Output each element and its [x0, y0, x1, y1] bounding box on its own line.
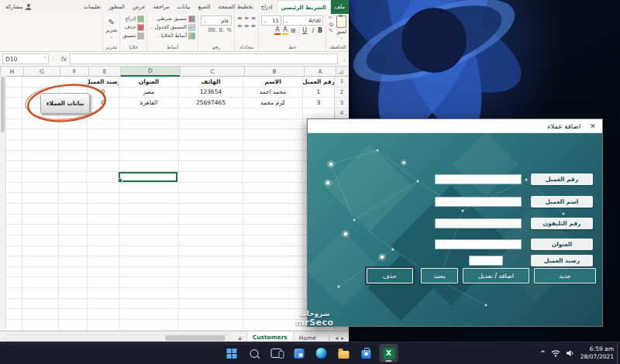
cell-C18[interactable] [178, 256, 243, 267]
cell-D8[interactable] [119, 151, 178, 162]
cell-F5[interactable] [58, 119, 87, 130]
cell-A3[interactable]: 3 [302, 98, 334, 108]
cell-G16[interactable] [22, 235, 58, 246]
ribbon-tab-8[interactable]: المطور [105, 0, 129, 14]
cell-B9[interactable] [243, 161, 302, 172]
cell-B4[interactable] [243, 108, 302, 119]
cell-G11[interactable] [22, 183, 58, 194]
cell-E4[interactable] [87, 108, 119, 119]
cell-B6[interactable] [243, 129, 302, 140]
name-box[interactable]: D10 ˅ [2, 53, 49, 64]
cell-E8[interactable] [87, 151, 119, 162]
cell-C2[interactable]: 123654 [178, 88, 243, 98]
cell-E21[interactable] [87, 288, 119, 299]
edge-button[interactable] [312, 344, 331, 362]
row-header-2[interactable]: 2 [334, 88, 349, 98]
cell-E17[interactable] [87, 246, 119, 257]
cell-B20[interactable] [243, 277, 302, 288]
cell-C14[interactable] [178, 215, 243, 225]
cell-B18[interactable] [243, 256, 302, 267]
cell-C11[interactable] [178, 183, 243, 194]
cell-B5[interactable] [243, 119, 302, 130]
store-button[interactable] [357, 344, 376, 362]
cell-C24[interactable] [178, 320, 243, 331]
cell-G23[interactable] [22, 309, 58, 320]
cell-E3[interactable]: 0 [87, 98, 119, 108]
cell-E12[interactable] [87, 193, 119, 204]
ribbon-tab-7[interactable]: عرض [129, 0, 150, 14]
cell-E24[interactable] [87, 320, 119, 331]
cell-F12[interactable] [58, 193, 87, 204]
cell-G6[interactable] [22, 129, 58, 140]
vertical-scrollbar[interactable] [0, 75, 6, 329]
cell-B10[interactable] [242, 172, 301, 183]
cell-F10[interactable] [57, 172, 86, 183]
ribbon-tab-0[interactable]: ملف [331, 0, 349, 14]
cell-G14[interactable] [22, 215, 58, 225]
borders-button[interactable]: ⊞ [290, 28, 296, 34]
expand-formula-bar-icon[interactable]: ⌄ [340, 52, 349, 66]
cell-D12[interactable] [119, 193, 178, 204]
sheet-nav-right-icon[interactable]: ▸ [341, 335, 344, 342]
cell-E5[interactable] [87, 119, 119, 130]
show-desktop-button[interactable] [617, 342, 620, 364]
cell-C23[interactable] [178, 309, 243, 320]
cell-F24[interactable] [58, 320, 87, 331]
cell-G7[interactable] [22, 140, 58, 151]
cell-F23[interactable] [58, 309, 87, 320]
cell-B2[interactable]: محمد احمد [243, 88, 302, 98]
fill-color-button[interactable]: A [282, 27, 288, 35]
row-header-3[interactable]: 3 [334, 98, 349, 108]
cell-C3[interactable]: 25697465 [178, 98, 243, 108]
ribbon-tab-1[interactable]: الشريط الرئيسي [277, 0, 331, 14]
cell-F14[interactable] [58, 215, 87, 225]
cut-icon[interactable]: ✂ [329, 15, 333, 22]
cell-D20[interactable] [119, 277, 178, 288]
cell-E9[interactable] [87, 161, 119, 172]
cell-F16[interactable] [58, 235, 87, 246]
field-input-3[interactable] [435, 239, 522, 249]
cell-E1[interactable]: رصيد العميل [87, 77, 119, 88]
cell-A4[interactable] [302, 108, 334, 119]
cell-G22[interactable] [22, 299, 58, 310]
cell-B1[interactable]: الاسم [243, 77, 302, 88]
copy-icon[interactable]: ⧉ [329, 22, 333, 29]
cell-C22[interactable] [178, 299, 243, 310]
cell-C19[interactable] [178, 267, 243, 278]
horizontal-scrollbar[interactable] [5, 335, 229, 342]
cell-E6[interactable] [87, 129, 119, 140]
form-button-0[interactable]: حذف [367, 268, 413, 283]
cell-D17[interactable] [119, 246, 178, 257]
column-header-D[interactable]: D [120, 67, 180, 77]
share-button[interactable]: مشاركة [2, 1, 35, 13]
cell-C8[interactable] [178, 151, 243, 162]
excel-taskbar-button[interactable]: X [380, 344, 398, 362]
cell-B13[interactable] [243, 204, 302, 215]
cell-E20[interactable] [87, 277, 119, 288]
styles-menu-item-2[interactable]: أنماط الخلايا⌄ [150, 33, 195, 39]
ribbon-tab-6[interactable]: مراجعة [150, 0, 174, 14]
cell-C15[interactable] [178, 225, 243, 235]
cell-A1[interactable]: رقم العميل [302, 77, 334, 88]
sheet-nav-left-icon[interactable]: ◂ [335, 335, 338, 342]
cell-E15[interactable] [87, 225, 119, 235]
cell-G12[interactable] [22, 193, 58, 204]
cell-F6[interactable] [58, 129, 87, 140]
align-left-button[interactable]: ≡ [237, 23, 243, 29]
cell-G15[interactable] [22, 225, 58, 235]
row-header-4[interactable]: 4 [334, 108, 349, 119]
cell-D3[interactable]: القاهرة [119, 98, 178, 108]
cell-E13[interactable] [87, 204, 119, 215]
cell-G24[interactable] [22, 320, 58, 331]
customers-data-macro-button[interactable]: بيانات العملاء [40, 93, 90, 114]
cell-D16[interactable] [119, 235, 178, 246]
cell-F1[interactable] [58, 77, 87, 88]
cell-C17[interactable] [178, 246, 243, 257]
cell-F15[interactable] [58, 225, 87, 235]
cell-D22[interactable] [119, 299, 178, 310]
cell-F11[interactable] [58, 183, 87, 194]
cell-C7[interactable] [178, 140, 243, 151]
cell-D21[interactable] [119, 288, 178, 299]
cell-E7[interactable] [87, 140, 119, 151]
insert-function-button[interactable]: fx [57, 52, 70, 66]
